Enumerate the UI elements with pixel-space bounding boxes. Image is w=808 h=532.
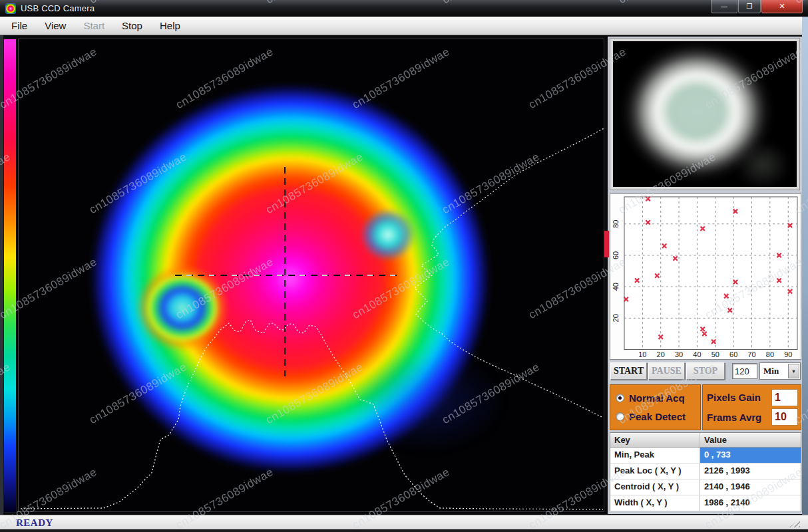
interval-unit-value: Min [760,366,788,376]
stop-button[interactable]: STOP [686,362,725,380]
window-right-edge [802,17,808,515]
window-title: USB CCD Camera [21,3,95,13]
menu-item-stop[interactable]: Stop [115,19,149,33]
svg-text:10: 10 [638,350,646,358]
usb-ccd-camera-window: USB CCD Camera — ❐ ✕ FileViewStartStopHe… [0,0,808,532]
status-bar: READY [0,515,808,529]
stat-key: Centroid ( X, Y ) [610,479,700,495]
intensity-colorbar [3,39,17,513]
minimize-icon: — [721,3,727,10]
svg-text:60: 60 [612,251,620,259]
profile-trace-vertical [415,127,604,418]
svg-text:60: 60 [729,350,737,358]
stat-key: Width ( X, Y ) [610,495,700,511]
trend-scatter-chart: 10203040506070809020406080 [610,194,801,359]
stat-value: 0 , 733 [700,448,801,463]
stat-value: 1986 , 2140 [700,495,801,511]
maximize-icon: ❐ [747,3,753,10]
menu-bar: FileViewStartStopHelp [0,17,808,35]
start-button[interactable]: START [610,362,647,380]
svg-text:70: 70 [747,350,755,358]
peak-detect-label: Peak Detect [629,411,686,422]
svg-text:40: 40 [612,283,620,291]
stat-value: 2140 , 1946 [700,479,801,495]
stat-key: Peak Loc ( X, Y ) [610,464,700,479]
menu-item-help[interactable]: Help [153,19,187,33]
peak-detect-radio[interactable] [616,412,624,421]
table-row[interactable]: Peak Loc ( X, Y )2126 , 1993 [610,464,801,479]
normal-acq-radio[interactable] [616,394,624,402]
gain-settings-panel: Pixels Gain Frams Avrg [702,384,801,430]
camera-beam-spot-faint [736,141,789,187]
normal-acq-option[interactable]: Normal Acq [616,392,695,404]
beam-stats-table: Key Value Min, Peak0 , 733Peak Loc ( X, … [610,432,801,511]
interval-unit-select[interactable]: Min ▼ [759,362,801,380]
table-row[interactable]: Min, Peak0 , 733 [610,448,801,464]
value-column-header[interactable]: Value [700,433,801,447]
svg-text:20: 20 [657,350,665,358]
camera-preview-panel [610,38,800,190]
svg-text:30: 30 [675,350,683,358]
trend-chart-panel: 10203040506070809020406080 [610,194,801,360]
chevron-down-icon[interactable]: ▼ [788,364,799,378]
pixels-gain-input[interactable] [771,389,798,406]
stat-key: Min, Peak [610,448,700,463]
key-column-header[interactable]: Key [610,433,700,447]
colorbar-marker [604,231,609,257]
pause-button[interactable]: PAUSE [648,362,685,380]
svg-text:50: 50 [711,350,719,358]
pixels-gain-label: Pixels Gain [707,392,761,403]
acquisition-mode-panel: Normal Acq Peak Detect [610,384,701,430]
peak-detect-option[interactable]: Peak Detect [616,411,695,422]
close-icon: ✕ [779,2,785,11]
normal-acq-label: Normal Acq [629,392,685,404]
svg-text:20: 20 [612,314,620,322]
menu-item-start: Start [77,19,111,33]
window-bottom-edge [0,529,808,532]
svg-text:40: 40 [693,350,701,358]
menu-item-file[interactable]: File [5,19,34,33]
beam-overlays [19,39,604,512]
stat-value: 2126 , 1993 [700,464,801,479]
maximize-button[interactable]: ❐ [738,0,761,13]
close-button[interactable]: ✕ [761,0,803,13]
frames-avg-input[interactable] [771,408,798,426]
resize-grip[interactable] [789,519,800,527]
svg-text:80: 80 [766,350,774,358]
minimize-button[interactable]: — [711,0,737,13]
camera-preview-image [613,41,797,187]
table-row[interactable]: Width ( X, Y )1986 , 2140 [610,495,801,511]
table-header-row: Key Value [610,433,801,448]
interval-input[interactable] [732,363,757,379]
title-bar: USB CCD Camera — ❐ ✕ [0,0,808,17]
app-icon [5,3,16,14]
svg-text:90: 90 [784,350,792,358]
profile-trace-horizontal [21,320,603,509]
menu-item-view[interactable]: View [38,19,73,33]
beam-profile-view[interactable] [18,39,604,512]
table-row[interactable]: Centroid ( X, Y )2140 , 1946 [610,479,801,495]
svg-text:80: 80 [612,220,620,228]
frames-avg-label: Frams Avrg [707,412,761,423]
status-text: READY [0,517,53,529]
